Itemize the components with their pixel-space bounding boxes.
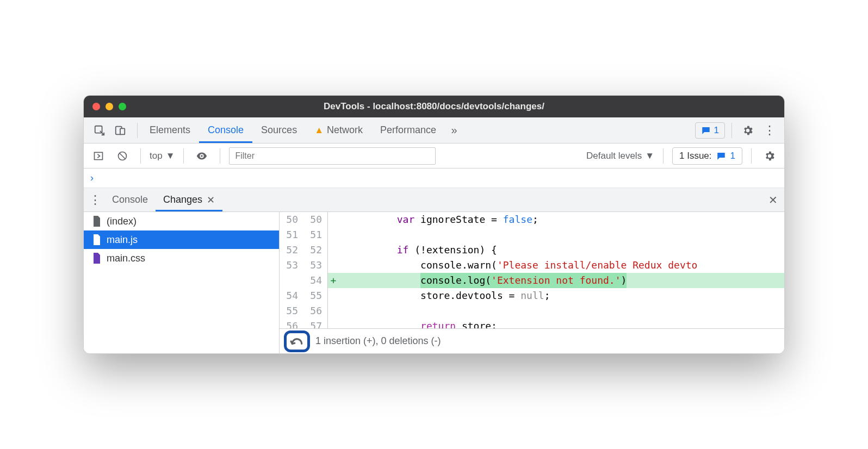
devtools-window: DevTools - localhost:8080/docs/devtools/… — [83, 95, 785, 354]
issue-count: 1 — [730, 151, 735, 161]
issues-count: 1 — [714, 125, 719, 136]
file-name: main.js — [107, 234, 138, 246]
device-toolbar-icon[interactable] — [111, 121, 129, 140]
window-title: DevTools - localhost:8080/docs/devtools/… — [84, 101, 784, 112]
divider — [137, 123, 138, 138]
divider — [751, 148, 752, 164]
tab-sources[interactable]: Sources — [252, 118, 306, 143]
chevron-down-icon: ▼ — [645, 151, 654, 161]
divider — [663, 148, 664, 164]
tab-elements[interactable]: Elements — [141, 118, 199, 143]
file-icon — [92, 234, 101, 245]
close-window-button[interactable] — [92, 103, 100, 110]
log-level-label: Default levels — [586, 151, 642, 161]
filter-input[interactable] — [229, 147, 436, 165]
drawer-tabstrip: ⋮ Console Changes ✕ ✕ — [84, 188, 784, 212]
divider — [140, 148, 141, 164]
context-selector[interactable]: top ▼ — [150, 151, 175, 161]
issue-counter[interactable]: 1 Issue: 1 — [672, 147, 742, 165]
file-item-main-js[interactable]: main.js — [84, 230, 279, 249]
changes-panel: (index) main.js main.css 5050 var ignore… — [84, 212, 784, 353]
diff-line: 5657 return store; — [280, 319, 784, 328]
main-tabstrip: Elements Console Sources ▲ Network Perfo… — [84, 117, 784, 144]
diff-line: 5353 console.warn('Please install/enable… — [280, 258, 784, 273]
minimize-window-button[interactable] — [106, 103, 113, 110]
divider — [731, 123, 732, 138]
diff-status-bar: 1 insertion (+), 0 deletions (-) — [280, 328, 784, 353]
tab-network[interactable]: ▲ Network — [306, 118, 371, 143]
diff-line: 5455 store.devtools = null; — [280, 288, 784, 303]
diff-line: 5050 var ignoreState = false; — [280, 212, 784, 227]
diff-line-added: 54 + console.log('Extension not found.') — [280, 273, 784, 288]
window-controls — [92, 103, 126, 110]
message-icon — [701, 126, 711, 135]
changed-files-tree: (index) main.js main.css — [84, 212, 280, 353]
chevron-right-icon: › — [90, 172, 94, 184]
console-toolbar: top ▼ Default levels ▼ 1 Issue: 1 — [84, 144, 784, 169]
diff-line: 5252 if (!extension) { — [280, 242, 784, 258]
file-name: main.css — [107, 253, 145, 264]
clear-console-icon[interactable] — [113, 147, 132, 165]
diff-line: 5556 — [280, 303, 784, 319]
drawer-tab-changes[interactable]: Changes ✕ — [156, 189, 222, 211]
divider — [183, 148, 184, 164]
more-tabs-button[interactable]: » — [445, 121, 463, 140]
close-drawer-icon[interactable]: ✕ — [764, 191, 782, 209]
console-prompt-row[interactable]: › — [84, 169, 784, 188]
drawer-menu-icon[interactable]: ⋮ — [86, 191, 104, 209]
tab-console[interactable]: Console — [199, 118, 252, 143]
log-level-selector[interactable]: Default levels ▼ — [586, 151, 654, 161]
drawer-tab-changes-label: Changes — [163, 194, 202, 205]
issue-label: 1 Issue: — [679, 151, 712, 161]
document-icon — [92, 216, 101, 227]
diff-line: 5151 — [280, 227, 784, 242]
settings-icon[interactable] — [739, 121, 757, 140]
live-expression-icon[interactable] — [193, 147, 211, 165]
titlebar: DevTools - localhost:8080/docs/devtools/… — [84, 96, 784, 117]
undo-icon — [290, 336, 304, 347]
svg-point-5 — [201, 155, 203, 157]
file-item-index[interactable]: (index) — [84, 212, 279, 230]
context-label: top — [150, 151, 163, 161]
chevron-down-icon: ▼ — [166, 151, 175, 161]
inspect-element-icon[interactable] — [90, 121, 109, 140]
close-tab-icon[interactable]: ✕ — [207, 194, 215, 206]
tab-performance[interactable]: Performance — [371, 118, 445, 143]
svg-rect-2 — [120, 128, 125, 134]
warning-icon: ▲ — [314, 125, 324, 136]
revert-button[interactable] — [284, 330, 310, 352]
zoom-window-button[interactable] — [119, 103, 126, 110]
kebab-menu-icon[interactable]: ⋮ — [760, 121, 779, 140]
issues-badge[interactable]: 1 — [695, 122, 725, 139]
file-name: (index) — [107, 216, 137, 227]
drawer-tab-console[interactable]: Console — [104, 189, 156, 211]
console-settings-icon[interactable] — [760, 147, 779, 165]
diff-view: 5050 var ignoreState = false; 5151 5252 … — [280, 212, 784, 353]
toggle-sidebar-icon[interactable] — [89, 147, 108, 165]
file-item-main-css[interactable]: main.css — [84, 249, 279, 267]
tab-network-label: Network — [327, 124, 363, 136]
svg-rect-3 — [95, 152, 103, 159]
file-icon — [92, 253, 101, 264]
message-icon — [716, 151, 726, 161]
diff-summary: 1 insertion (+), 0 deletions (-) — [315, 335, 441, 347]
diff-scroll[interactable]: 5050 var ignoreState = false; 5151 5252 … — [280, 212, 784, 328]
divider — [220, 148, 220, 164]
